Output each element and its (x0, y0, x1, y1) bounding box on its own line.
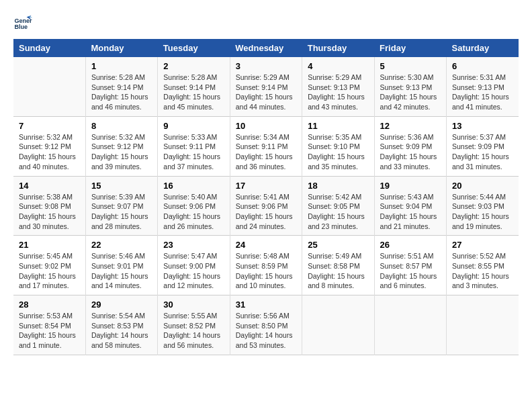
calendar-cell: 21Sunrise: 5:45 AM Sunset: 9:02 PM Dayli… (13, 236, 85, 295)
calendar-cell: 3Sunrise: 5:29 AM Sunset: 9:14 PM Daylig… (230, 57, 302, 116)
day-number: 16 (163, 181, 224, 191)
calendar-header-row: SundayMondayTuesdayWednesdayThursdayFrid… (13, 39, 519, 57)
day-number: 7 (19, 121, 80, 131)
day-detail: Sunrise: 5:53 AM Sunset: 8:54 PM Dayligh… (19, 311, 80, 351)
day-detail: Sunrise: 5:51 AM Sunset: 8:57 PM Dayligh… (380, 251, 441, 291)
calendar-cell: 20Sunrise: 5:44 AM Sunset: 9:03 PM Dayli… (447, 176, 519, 236)
day-detail: Sunrise: 5:39 AM Sunset: 9:07 PM Dayligh… (91, 192, 152, 232)
day-number: 25 (308, 240, 368, 250)
calendar-cell: 4Sunrise: 5:29 AM Sunset: 9:13 PM Daylig… (302, 57, 374, 116)
day-number: 22 (91, 240, 152, 250)
logo: General Blue (13, 13, 35, 32)
day-number: 20 (452, 181, 513, 191)
logo-icon: General Blue (13, 13, 32, 32)
calendar-cell: 12Sunrise: 5:36 AM Sunset: 9:09 PM Dayli… (374, 116, 446, 176)
day-number: 26 (380, 240, 441, 250)
calendar-week-row: 1Sunrise: 5:28 AM Sunset: 9:14 PM Daylig… (13, 57, 519, 116)
day-detail: Sunrise: 5:28 AM Sunset: 9:14 PM Dayligh… (91, 73, 152, 112)
calendar-cell: 17Sunrise: 5:41 AM Sunset: 9:06 PM Dayli… (230, 176, 302, 236)
day-detail: Sunrise: 5:38 AM Sunset: 9:08 PM Dayligh… (19, 192, 80, 232)
calendar-cell: 1Sunrise: 5:28 AM Sunset: 9:14 PM Daylig… (85, 57, 157, 116)
calendar-cell: 24Sunrise: 5:48 AM Sunset: 8:59 PM Dayli… (230, 236, 302, 295)
calendar-cell: 31Sunrise: 5:56 AM Sunset: 8:50 PM Dayli… (230, 295, 302, 355)
day-number: 23 (163, 240, 224, 250)
svg-text:Blue: Blue (14, 24, 28, 30)
day-detail: Sunrise: 5:43 AM Sunset: 9:04 PM Dayligh… (380, 192, 441, 232)
day-detail: Sunrise: 5:41 AM Sunset: 9:06 PM Dayligh… (236, 192, 296, 232)
calendar-week-row: 7Sunrise: 5:32 AM Sunset: 9:12 PM Daylig… (13, 116, 519, 176)
day-detail: Sunrise: 5:44 AM Sunset: 9:03 PM Dayligh… (452, 192, 513, 232)
day-detail: Sunrise: 5:30 AM Sunset: 9:13 PM Dayligh… (380, 73, 441, 112)
day-number: 9 (163, 121, 224, 131)
calendar-cell (13, 57, 85, 116)
calendar-cell: 27Sunrise: 5:52 AM Sunset: 8:55 PM Dayli… (447, 236, 519, 295)
calendar-cell: 14Sunrise: 5:38 AM Sunset: 9:08 PM Dayli… (13, 176, 85, 236)
day-of-week-sunday: Sunday (13, 39, 85, 57)
calendar-cell: 10Sunrise: 5:34 AM Sunset: 9:11 PM Dayli… (230, 116, 302, 176)
day-detail: Sunrise: 5:47 AM Sunset: 9:00 PM Dayligh… (163, 251, 224, 291)
calendar-week-row: 14Sunrise: 5:38 AM Sunset: 9:08 PM Dayli… (13, 176, 519, 236)
calendar-cell: 25Sunrise: 5:49 AM Sunset: 8:58 PM Dayli… (302, 236, 374, 295)
day-detail: Sunrise: 5:34 AM Sunset: 9:11 PM Dayligh… (236, 132, 296, 172)
calendar-cell: 11Sunrise: 5:35 AM Sunset: 9:10 PM Dayli… (302, 116, 374, 176)
calendar-cell: 23Sunrise: 5:47 AM Sunset: 9:00 PM Dayli… (158, 236, 230, 295)
calendar-cell (447, 295, 519, 355)
day-of-week-wednesday: Wednesday (230, 39, 302, 57)
day-number: 19 (380, 181, 441, 191)
day-number: 3 (236, 61, 296, 71)
calendar-cell: 16Sunrise: 5:40 AM Sunset: 9:06 PM Dayli… (158, 176, 230, 236)
day-detail: Sunrise: 5:32 AM Sunset: 9:12 PM Dayligh… (19, 132, 80, 172)
day-number: 30 (163, 300, 224, 310)
day-detail: Sunrise: 5:42 AM Sunset: 9:05 PM Dayligh… (308, 192, 368, 232)
day-detail: Sunrise: 5:36 AM Sunset: 9:09 PM Dayligh… (380, 132, 441, 172)
day-detail: Sunrise: 5:54 AM Sunset: 8:53 PM Dayligh… (91, 311, 152, 351)
day-number: 28 (19, 300, 80, 310)
day-detail: Sunrise: 5:56 AM Sunset: 8:50 PM Dayligh… (236, 311, 296, 351)
day-number: 10 (236, 121, 296, 131)
day-number: 27 (452, 240, 513, 250)
calendar-cell: 22Sunrise: 5:46 AM Sunset: 9:01 PM Dayli… (85, 236, 157, 295)
day-number: 29 (91, 300, 152, 310)
header: General Blue (13, 13, 519, 32)
calendar-week-row: 28Sunrise: 5:53 AM Sunset: 8:54 PM Dayli… (13, 295, 519, 355)
calendar-table: SundayMondayTuesdayWednesdayThursdayFrid… (13, 39, 519, 355)
day-detail: Sunrise: 5:49 AM Sunset: 8:58 PM Dayligh… (308, 251, 368, 291)
day-number: 13 (452, 121, 513, 131)
day-of-week-thursday: Thursday (302, 39, 374, 57)
calendar-cell: 15Sunrise: 5:39 AM Sunset: 9:07 PM Dayli… (85, 176, 157, 236)
day-number: 4 (308, 61, 368, 71)
calendar-cell: 13Sunrise: 5:37 AM Sunset: 9:09 PM Dayli… (447, 116, 519, 176)
day-number: 24 (236, 240, 296, 250)
calendar-cell: 6Sunrise: 5:31 AM Sunset: 9:13 PM Daylig… (447, 57, 519, 116)
day-number: 5 (380, 61, 441, 71)
day-number: 1 (91, 61, 152, 71)
day-of-week-friday: Friday (374, 39, 446, 57)
day-detail: Sunrise: 5:48 AM Sunset: 8:59 PM Dayligh… (236, 251, 296, 291)
calendar-cell: 29Sunrise: 5:54 AM Sunset: 8:53 PM Dayli… (85, 295, 157, 355)
day-detail: Sunrise: 5:28 AM Sunset: 9:14 PM Dayligh… (163, 73, 224, 112)
calendar-cell: 8Sunrise: 5:32 AM Sunset: 9:12 PM Daylig… (85, 116, 157, 176)
day-number: 2 (163, 61, 224, 71)
day-detail: Sunrise: 5:35 AM Sunset: 9:10 PM Dayligh… (308, 132, 368, 172)
day-detail: Sunrise: 5:46 AM Sunset: 9:01 PM Dayligh… (91, 251, 152, 291)
day-detail: Sunrise: 5:52 AM Sunset: 8:55 PM Dayligh… (452, 251, 513, 291)
calendar-cell: 7Sunrise: 5:32 AM Sunset: 9:12 PM Daylig… (13, 116, 85, 176)
calendar-cell: 19Sunrise: 5:43 AM Sunset: 9:04 PM Dayli… (374, 176, 446, 236)
day-number: 17 (236, 181, 296, 191)
day-detail: Sunrise: 5:45 AM Sunset: 9:02 PM Dayligh… (19, 251, 80, 291)
day-number: 21 (19, 240, 80, 250)
day-of-week-tuesday: Tuesday (158, 39, 230, 57)
calendar-cell (302, 295, 374, 355)
calendar-cell: 18Sunrise: 5:42 AM Sunset: 9:05 PM Dayli… (302, 176, 374, 236)
calendar-cell: 5Sunrise: 5:30 AM Sunset: 9:13 PM Daylig… (374, 57, 446, 116)
day-detail: Sunrise: 5:40 AM Sunset: 9:06 PM Dayligh… (163, 192, 224, 232)
day-detail: Sunrise: 5:31 AM Sunset: 9:13 PM Dayligh… (452, 73, 513, 112)
day-detail: Sunrise: 5:32 AM Sunset: 9:12 PM Dayligh… (91, 132, 152, 172)
calendar-cell: 9Sunrise: 5:33 AM Sunset: 9:11 PM Daylig… (158, 116, 230, 176)
day-number: 31 (236, 300, 296, 310)
day-detail: Sunrise: 5:29 AM Sunset: 9:13 PM Dayligh… (308, 73, 368, 112)
calendar-cell (374, 295, 446, 355)
day-number: 12 (380, 121, 441, 131)
day-number: 8 (91, 121, 152, 131)
day-number: 6 (452, 61, 513, 71)
